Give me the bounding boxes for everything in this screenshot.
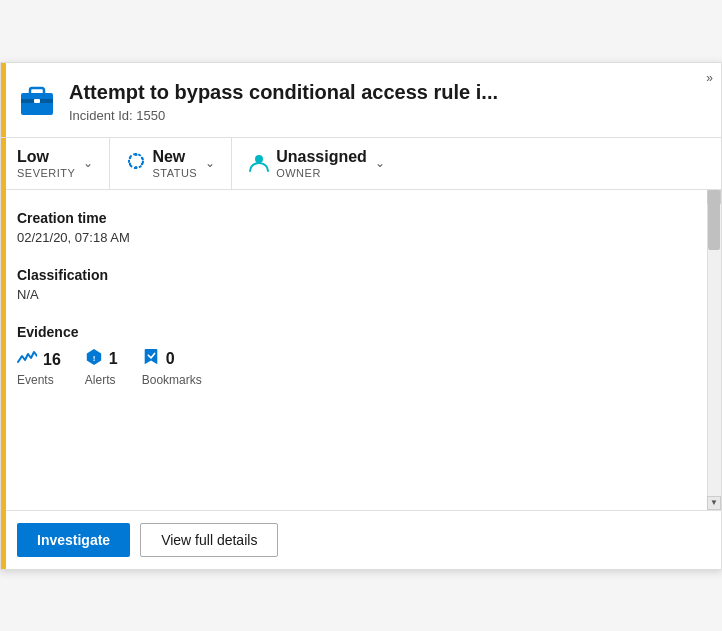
alerts-count: 1 (109, 350, 118, 368)
evidence-section: Evidence 16 Events (17, 324, 691, 387)
evidence-label: Evidence (17, 324, 691, 340)
svg-rect-0 (21, 93, 53, 115)
status-label: STATUS (152, 167, 197, 179)
severity-dropdown[interactable]: Low SEVERITY ⌄ (1, 138, 110, 189)
severity-label: SEVERITY (17, 167, 75, 179)
svg-point-11 (255, 155, 263, 163)
incident-id: Incident Id: 1550 (69, 108, 701, 123)
owner-dropdown[interactable]: Unassigned OWNER ⌄ (232, 138, 401, 189)
svg-point-10 (129, 156, 131, 158)
svg-point-4 (129, 154, 143, 168)
svg-text:!: ! (92, 353, 95, 362)
panel-header: Attempt to bypass conditional access rul… (1, 63, 721, 138)
alerts-label: Alerts (85, 373, 116, 387)
footer: Investigate View full details (1, 510, 721, 569)
alerts-evidence-item: ! 1 Alerts (85, 348, 118, 387)
status-text: New STATUS (152, 148, 197, 179)
status-value: New (152, 148, 197, 166)
events-evidence-item: 16 Events (17, 350, 61, 387)
classification-value: N/A (17, 287, 691, 302)
svg-rect-2 (30, 88, 44, 95)
svg-point-5 (135, 153, 138, 156)
events-label: Events (17, 373, 54, 387)
view-full-details-button[interactable]: View full details (140, 523, 278, 557)
scrollbar-track[interactable]: ▲ ▼ (707, 190, 721, 510)
incident-panel: » Attempt to bypass conditional access r… (0, 62, 722, 570)
status-dropdown[interactable]: New STATUS ⌄ (110, 138, 232, 189)
events-icon (17, 350, 37, 370)
new-status-icon (126, 151, 146, 176)
evidence-items: 16 Events ! 1 (17, 348, 691, 387)
severity-text: Low SEVERITY (17, 148, 75, 179)
status-bar: Low SEVERITY ⌄ New STATU (1, 138, 721, 190)
status-chevron-icon: ⌄ (205, 156, 215, 170)
events-count: 16 (43, 351, 61, 369)
classification-section: Classification N/A (17, 267, 691, 302)
bookmarks-label: Bookmarks (142, 373, 202, 387)
creation-time-value: 02/21/20, 07:18 AM (17, 230, 691, 245)
svg-point-6 (141, 156, 143, 158)
header-text: Attempt to bypass conditional access rul… (69, 79, 701, 123)
briefcase-icon (17, 81, 57, 125)
owner-value: Unassigned (276, 148, 367, 166)
svg-rect-3 (34, 99, 40, 103)
incident-title: Attempt to bypass conditional access rul… (69, 79, 689, 105)
svg-point-9 (129, 162, 131, 164)
bookmarks-icon (142, 348, 160, 370)
alerts-icon: ! (85, 348, 103, 370)
classification-label: Classification (17, 267, 691, 283)
alerts-evidence-top: ! 1 (85, 348, 118, 370)
svg-point-8 (135, 166, 138, 169)
owner-label: OWNER (276, 167, 367, 179)
severity-chevron-icon: ⌄ (83, 156, 93, 170)
owner-person-icon (248, 152, 270, 174)
events-evidence-top: 16 (17, 350, 61, 370)
svg-point-7 (141, 162, 143, 164)
bookmarks-evidence-item: 0 Bookmarks (142, 348, 202, 387)
severity-value: Low (17, 148, 75, 166)
creation-time-label: Creation time (17, 210, 691, 226)
owner-text: Unassigned OWNER (276, 148, 367, 179)
scrollbar-thumb[interactable] (708, 190, 720, 250)
owner-chevron-icon: ⌄ (375, 156, 385, 170)
bookmarks-count: 0 (166, 350, 175, 368)
creation-time-section: Creation time 02/21/20, 07:18 AM (17, 210, 691, 245)
investigate-button[interactable]: Investigate (17, 523, 130, 557)
content-area: Creation time 02/21/20, 07:18 AM Classif… (1, 190, 721, 510)
bookmarks-evidence-top: 0 (142, 348, 175, 370)
scrollbar-down-arrow[interactable]: ▼ (707, 496, 721, 510)
